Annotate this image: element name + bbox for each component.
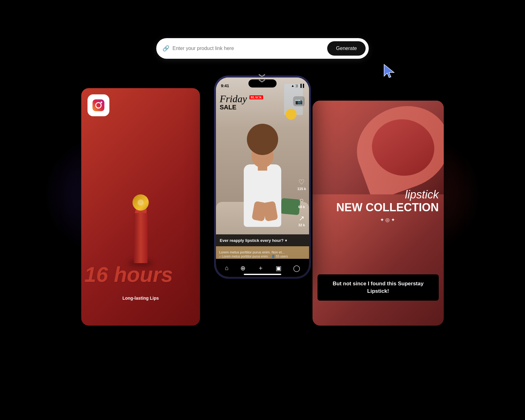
search-bar-container: 🔗 Generate bbox=[156, 38, 369, 59]
yellow-sticker bbox=[286, 109, 297, 120]
chevron-arrows: ❯❯ bbox=[257, 76, 268, 81]
main-scene: 🔗 Generate ❯❯ bbox=[75, 38, 450, 382]
caption-bar: Ever reapply lipstick every hour? ▾ bbox=[216, 234, 309, 246]
tiktok-side-actions: ♡ 115 k ○ 60 k ↗ 32 k bbox=[297, 178, 306, 227]
home-indicator bbox=[244, 274, 281, 275]
nav-add-icon[interactable]: ＋ bbox=[258, 264, 264, 272]
lipstick-card: lipstick NEW COLLECTION ✦ ◎ ✦ But not si… bbox=[312, 101, 444, 326]
camera-icon: 📷 bbox=[293, 96, 305, 106]
svg-rect-1 bbox=[92, 99, 104, 111]
svg-marker-0 bbox=[384, 64, 394, 78]
generate-button[interactable]: Generate bbox=[327, 41, 366, 56]
nav-profile-icon[interactable]: ◯ bbox=[293, 264, 300, 272]
cursor-pointer bbox=[383, 63, 395, 80]
product-link-input[interactable] bbox=[172, 46, 327, 51]
instagram-card: 16 hours Long-lasting Lips bbox=[81, 88, 200, 326]
longlasting-label: Long-lasting Lips bbox=[122, 296, 159, 301]
svg-point-3 bbox=[101, 102, 102, 103]
tiktok-bottom-info: Lorem metus porttitor purus enim. Non et… bbox=[219, 250, 290, 258]
superstay-banner: But not since I found this Superstay Lip… bbox=[318, 274, 439, 301]
nav-search-icon[interactable]: ⊕ bbox=[240, 264, 246, 272]
instagram-logo bbox=[88, 94, 109, 116]
hours-label: 16 hours bbox=[84, 264, 197, 285]
status-icons: ▲ )) ▐▐ bbox=[291, 84, 304, 88]
nav-inbox-icon[interactable]: ▣ bbox=[276, 264, 282, 272]
nav-home-icon[interactable]: ⌂ bbox=[225, 264, 229, 272]
link-icon: 🔗 bbox=[162, 45, 169, 52]
collection-text: lipstick NEW COLLECTION ✦ ◎ ✦ bbox=[336, 188, 439, 223]
status-time: 9:41 bbox=[221, 83, 229, 88]
phone-mockup: 9:41 ▲ )) ▐▐ bbox=[214, 76, 311, 279]
